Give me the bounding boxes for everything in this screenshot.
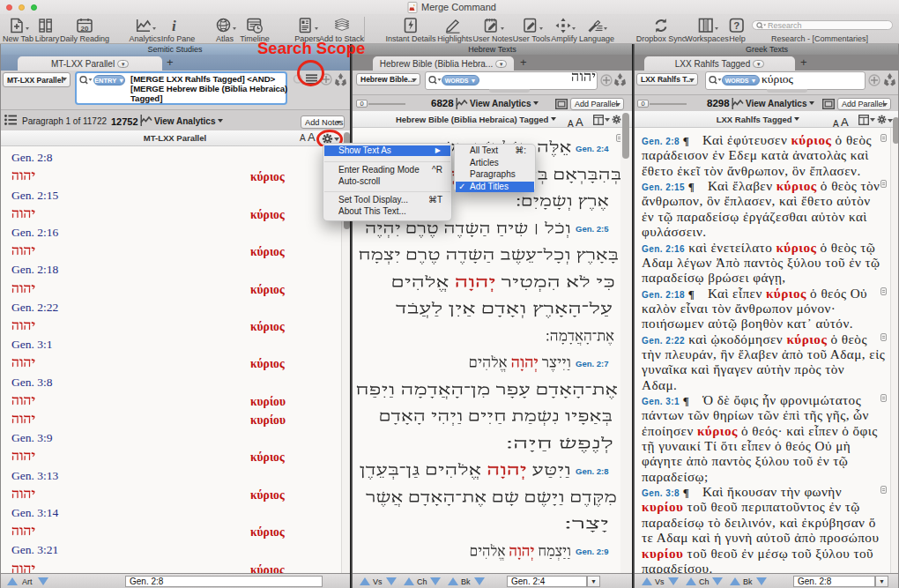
svg-text:?: ? [733, 20, 739, 31]
svg-text:i: i [172, 18, 176, 33]
svg-text:20: 20 [81, 24, 89, 32]
